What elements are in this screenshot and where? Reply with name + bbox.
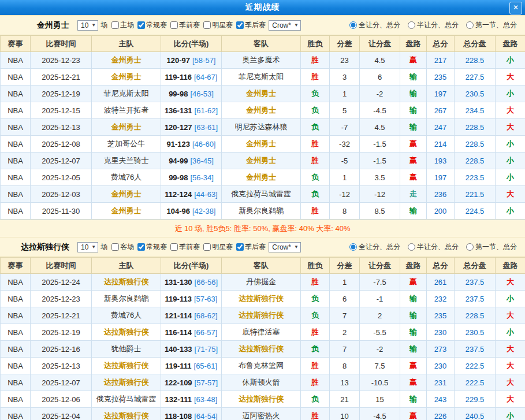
table-header-row: 赛事比赛时间主队比分(半场)客队胜负分差让分盘盘路总分总分盘盘路	[1, 36, 525, 52]
filter-checkbox[interactable]: 常规赛	[135, 242, 167, 252]
league-cell: NBA	[1, 203, 31, 220]
league-select[interactable]: Crow* ▼	[269, 20, 301, 31]
total-line-cell: 221.5	[455, 186, 496, 203]
away-team-cell: 底特律活塞	[222, 324, 301, 341]
checkbox-input[interactable]	[111, 243, 119, 251]
date-cell: 2025-12-24	[31, 274, 92, 291]
games-count-value: 10	[81, 243, 88, 251]
final-score: 99-98	[169, 90, 188, 98]
league-select[interactable]: Crow* ▼	[269, 242, 301, 252]
league-cell: NBA	[1, 69, 31, 86]
league-cell: NBA	[1, 408, 31, 420]
game-row: NBA2025-12-23新奥尔良鹈鹕119-113[57-63]达拉斯独行侠负…	[1, 291, 525, 307]
games-count-select[interactable]: 10 ▼	[77, 242, 98, 252]
scope-radio[interactable]: 第一节、总分	[466, 242, 517, 252]
radio-input[interactable]	[408, 21, 415, 29]
result-cell: 胜	[301, 203, 330, 220]
scope-radio[interactable]: 全让分、总分	[349, 20, 400, 30]
result-cell: 胜	[301, 324, 330, 341]
total-result-cell: 大	[496, 374, 525, 391]
scope-radio[interactable]: 半让分、总分	[408, 20, 459, 30]
filter-checkbox[interactable]: 季后赛	[233, 242, 266, 252]
scope-radio[interactable]: 半让分、总分	[408, 242, 459, 252]
checkbox-input[interactable]	[236, 243, 244, 251]
result-cell: 负	[301, 186, 330, 203]
checkbox-input[interactable]	[170, 243, 178, 251]
half-time-score: [56-34]	[190, 173, 213, 182]
total-line-cell: 222.5	[455, 358, 496, 374]
date-cell: 2025-12-23	[31, 291, 92, 307]
filter-checkbox[interactable]: 明星赛	[200, 20, 233, 30]
checkbox-input[interactable]	[236, 21, 244, 29]
checkbox-input[interactable]	[203, 243, 211, 251]
league-cell: NBA	[1, 358, 31, 374]
filter-checkbox[interactable]: 季后赛	[233, 20, 266, 30]
games-count-select[interactable]: 10 ▼	[77, 20, 98, 31]
close-button[interactable]: ✕	[509, 2, 522, 14]
handicap-line-cell: 8.5	[360, 203, 400, 220]
filter-checkbox[interactable]: 季前赛	[167, 242, 200, 252]
radio-input[interactable]	[466, 21, 474, 29]
radio-input[interactable]	[349, 243, 357, 251]
scope-radio[interactable]: 第一节、总分	[466, 20, 517, 30]
point-diff-cell: 7	[330, 307, 360, 324]
half-time-score: [46-53]	[190, 90, 213, 98]
column-header: 赛事	[1, 258, 31, 274]
radio-input[interactable]	[466, 243, 474, 251]
league-cell: NBA	[1, 153, 31, 169]
total-points-cell: 197	[427, 169, 455, 186]
score-cell: 120-97[58-57]	[161, 52, 222, 69]
filter-checkbox[interactable]: 主场	[109, 20, 134, 30]
handicap-result-cell: 赢	[400, 136, 427, 153]
checkbox-input[interactable]	[137, 243, 145, 251]
scope-radio[interactable]: 全让分、总分	[349, 242, 400, 252]
filter-checkbox[interactable]: 客场	[109, 242, 134, 252]
radio-input[interactable]	[349, 21, 357, 29]
column-header: 分差	[330, 258, 360, 274]
away-team-cell: 明尼苏达森林狼	[222, 119, 301, 136]
radio-input[interactable]	[408, 243, 415, 251]
checkbox-label: 季前赛	[179, 242, 200, 252]
point-diff-cell: 3	[330, 69, 360, 86]
score-cell: 116-114[66-57]	[161, 324, 222, 341]
date-cell: 2025-12-19	[31, 324, 92, 341]
total-line-cell: 228.5	[455, 307, 496, 324]
half-time-score: [64-54]	[194, 412, 217, 420]
handicap-result-cell: 走	[400, 186, 427, 203]
half-time-score: [65-61]	[194, 362, 217, 370]
checkbox-input[interactable]	[203, 21, 211, 29]
league-cell: NBA	[1, 52, 31, 69]
filter-checkbox[interactable]: 季前赛	[167, 20, 200, 30]
checkbox-input[interactable]	[170, 21, 178, 29]
point-diff-cell: 10	[330, 408, 360, 420]
checkbox-input[interactable]	[137, 21, 145, 29]
game-row: NBA2025-12-07达拉斯独行侠122-109[57-57]休斯顿火箭胜1…	[1, 374, 525, 391]
column-header: 比分(半场)	[161, 258, 222, 274]
half-time-score: [58-57]	[192, 56, 215, 65]
league-cell: NBA	[1, 291, 31, 307]
league-select-value: Crow*	[272, 243, 291, 251]
checkbox-label: 季前赛	[179, 20, 200, 30]
filter-checkbox[interactable]: 明星赛	[200, 242, 233, 252]
checkbox-input[interactable]	[111, 21, 119, 29]
handicap-result-cell: 赢	[400, 358, 427, 374]
final-score: 94-99	[169, 157, 188, 165]
total-result-cell: 大	[496, 391, 525, 408]
home-team-cell: 俄克拉荷马城雷霆	[92, 391, 161, 408]
checkbox-label: 常规赛	[146, 20, 167, 30]
game-row: NBA2025-12-06俄克拉荷马城雷霆132-111[63-48]达拉斯独行…	[1, 391, 525, 408]
handicap-result-cell: 输	[400, 102, 427, 119]
radio-label: 全让分、总分	[359, 20, 400, 30]
score-cell: 118-108[64-54]	[161, 408, 222, 420]
away-team-cell: 俄克拉荷马城雷霆	[222, 186, 301, 203]
away-team-cell: 丹佛掘金	[222, 274, 301, 291]
total-line-cell: 228.5	[455, 52, 496, 69]
handicap-result-cell: 输	[400, 86, 427, 102]
total-result-cell: 大	[496, 274, 525, 291]
final-score: 121-114	[165, 311, 192, 320]
column-header: 比分(半场)	[161, 36, 222, 52]
filter-checkbox[interactable]: 常规赛	[135, 20, 167, 30]
half-time-score: [63-61]	[195, 123, 218, 132]
total-points-cell: 247	[427, 119, 455, 136]
score-cell: 104-96[42-38]	[161, 203, 222, 220]
